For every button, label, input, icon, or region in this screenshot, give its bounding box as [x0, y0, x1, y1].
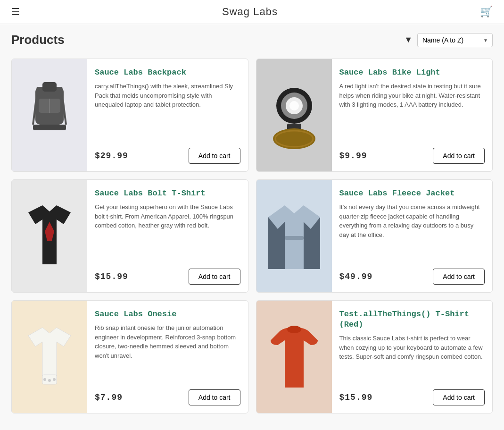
- svg-point-12: [273, 128, 315, 149]
- product-image-tshirt: [12, 180, 87, 292]
- product-info-bikelight: Sauce Labs Bike LightA red light isn't t…: [332, 59, 493, 171]
- product-name-bikelight: Sauce Labs Bike Light: [339, 67, 485, 78]
- svg-point-24: [53, 378, 56, 381]
- product-price-onesie: $7.99: [95, 393, 123, 402]
- product-footer-backpack: $29.99Add to cart: [95, 148, 240, 164]
- app-header: ☰ Swag Labs 🛒: [0, 0, 504, 24]
- product-card-fleece: Sauce Labs Fleece JacketIt's not every d…: [256, 179, 493, 293]
- svg-point-10: [289, 101, 299, 110]
- product-card-backpack: Sauce Labs Backpackcarry.allTheThings() …: [11, 59, 248, 172]
- product-info-onesie: Sauce Labs OnesieRib snap infant onesie …: [87, 301, 248, 413]
- product-name-redshirt: Test.allTheThings() T-Shirt (Red): [339, 309, 485, 330]
- svg-rect-1: [42, 82, 57, 92]
- filter-icon[interactable]: ▼: [404, 35, 413, 45]
- product-description-bikelight: A red light isn't the desired state in t…: [339, 82, 485, 140]
- product-info-tshirt: Sauce Labs Bolt T-ShirtGet your testing …: [87, 180, 248, 292]
- svg-rect-4: [33, 125, 66, 130]
- add-to-cart-button-fleece[interactable]: Add to cart: [433, 269, 485, 285]
- app-title: Swag Labs: [222, 6, 278, 18]
- product-footer-tshirt: $15.99Add to cart: [95, 269, 240, 285]
- product-info-redshirt: Test.allTheThings() T-Shirt (Red)This cl…: [332, 301, 493, 413]
- cart-icon[interactable]: 🛒: [480, 6, 493, 18]
- add-to-cart-button-tshirt[interactable]: Add to cart: [189, 269, 240, 285]
- product-image-backpack: [12, 59, 87, 171]
- product-name-tshirt: Sauce Labs Bolt T-Shirt: [95, 188, 240, 199]
- product-name-backpack: Sauce Labs Backpack: [95, 67, 240, 78]
- product-description-fleece: It's not every day that you come across …: [339, 202, 485, 261]
- product-description-tshirt: Get your testing superhero on with the S…: [95, 202, 240, 261]
- product-name-fleece: Sauce Labs Fleece Jacket: [339, 188, 485, 199]
- product-name-onesie: Sauce Labs Onesie: [95, 309, 240, 320]
- product-card-bikelight: Sauce Labs Bike LightA red light isn't t…: [256, 59, 493, 172]
- add-to-cart-button-bikelight[interactable]: Add to cart: [433, 148, 485, 164]
- product-description-redshirt: This classic Sauce Labs t-shirt is perfe…: [339, 334, 485, 382]
- product-card-redshirt: Test.allTheThings() T-Shirt (Red)This cl…: [256, 300, 493, 413]
- sort-container: ▼ Name (A to Z)Name (Z to A)Price (Low t…: [404, 33, 493, 47]
- product-image-redshirt: [256, 301, 332, 413]
- product-image-onesie: [12, 301, 87, 413]
- add-to-cart-button-redshirt[interactable]: Add to cart: [433, 389, 485, 405]
- product-price-fleece: $49.99: [339, 272, 373, 281]
- product-footer-onesie: $7.99Add to cart: [95, 389, 240, 405]
- page-controls: Products ▼ Name (A to Z)Name (Z to A)Pri…: [0, 24, 504, 51]
- svg-point-23: [48, 379, 51, 382]
- page-title: Products: [11, 33, 65, 47]
- product-image-bikelight: [256, 59, 332, 171]
- product-info-backpack: Sauce Labs Backpackcarry.allTheThings() …: [87, 59, 248, 171]
- svg-point-22: [43, 378, 46, 381]
- product-footer-bikelight: $9.99Add to cart: [339, 148, 485, 164]
- product-price-tshirt: $15.99: [95, 272, 128, 281]
- svg-rect-17: [285, 236, 304, 240]
- add-to-cart-button-backpack[interactable]: Add to cart: [189, 148, 240, 164]
- svg-point-25: [287, 326, 301, 333]
- product-card-tshirt: Sauce Labs Bolt T-ShirtGet your testing …: [11, 179, 248, 293]
- sort-wrapper: Name (A to Z)Name (Z to A)Price (Low to …: [417, 33, 493, 47]
- sort-select[interactable]: Name (A to Z)Name (Z to A)Price (Low to …: [417, 33, 493, 47]
- product-description-backpack: carry.allTheThings() with the sleek, str…: [95, 82, 240, 140]
- product-card-onesie: Sauce Labs OnesieRib snap infant onesie …: [11, 300, 248, 413]
- product-price-redshirt: $15.99: [339, 393, 373, 402]
- product-description-onesie: Rib snap infant onesie for the junior au…: [95, 323, 240, 382]
- add-to-cart-button-onesie[interactable]: Add to cart: [189, 389, 240, 405]
- product-price-backpack: $29.99: [95, 151, 128, 160]
- product-image-fleece: [256, 180, 332, 292]
- product-grid: Sauce Labs Backpackcarry.allTheThings() …: [0, 51, 504, 429]
- product-footer-fleece: $49.99Add to cart: [339, 269, 485, 285]
- svg-marker-20: [28, 328, 71, 376]
- product-footer-redshirt: $15.99Add to cart: [339, 389, 485, 405]
- hamburger-icon[interactable]: ☰: [11, 6, 20, 17]
- product-price-bikelight: $9.99: [339, 151, 367, 160]
- product-info-fleece: Sauce Labs Fleece JacketIt's not every d…: [332, 180, 493, 292]
